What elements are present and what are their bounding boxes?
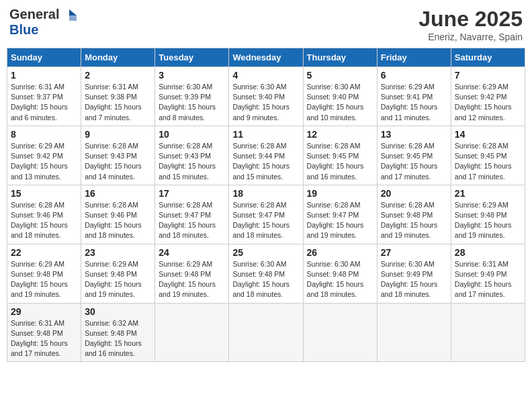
day-number: 12 xyxy=(307,129,373,140)
day-info: Sunrise: 6:28 AMSunset: 9:47 PMDaylight:… xyxy=(232,200,299,241)
day-info: Sunrise: 6:31 AMSunset: 9:48 PMDaylight:… xyxy=(11,318,77,359)
day-cell-30: 30Sunrise: 6:32 AMSunset: 9:48 PMDayligh… xyxy=(81,303,155,362)
day-info: Sunrise: 6:29 AMSunset: 9:48 PMDaylight:… xyxy=(455,200,521,241)
day-cell-8: 8Sunrise: 6:29 AMSunset: 9:42 PMDaylight… xyxy=(7,126,81,185)
day-cell-23: 23Sunrise: 6:29 AMSunset: 9:48 PMDayligh… xyxy=(81,244,155,303)
day-info: Sunrise: 6:30 AMSunset: 9:49 PMDaylight:… xyxy=(381,259,447,300)
day-cell-25: 25Sunrise: 6:30 AMSunset: 9:48 PMDayligh… xyxy=(229,244,303,303)
day-cell-27: 27Sunrise: 6:30 AMSunset: 9:49 PMDayligh… xyxy=(377,244,451,303)
day-number: 4 xyxy=(232,70,299,81)
day-cell-12: 12Sunrise: 6:28 AMSunset: 9:45 PMDayligh… xyxy=(303,126,377,185)
day-number: 5 xyxy=(307,70,373,81)
day-info: Sunrise: 6:29 AMSunset: 9:48 PMDaylight:… xyxy=(85,259,151,300)
day-cell-28: 28Sunrise: 6:31 AMSunset: 9:49 PMDayligh… xyxy=(451,244,525,303)
day-info: Sunrise: 6:30 AMSunset: 9:48 PMDaylight:… xyxy=(307,259,373,300)
month-title: June 2025 xyxy=(418,7,523,32)
empty-cell xyxy=(155,303,229,362)
day-cell-9: 9Sunrise: 6:28 AMSunset: 9:43 PMDaylight… xyxy=(81,126,155,185)
logo: General Blue xyxy=(9,7,77,38)
page-header: General Blue June 2025 Eneriz, Navarre, … xyxy=(7,7,525,42)
day-info: Sunrise: 6:30 AMSunset: 9:39 PMDaylight:… xyxy=(159,82,225,123)
column-header-sunday: Sunday xyxy=(7,48,81,67)
svg-marker-0 xyxy=(69,9,77,15)
day-number: 10 xyxy=(159,129,225,140)
logo-general-text: General xyxy=(9,7,59,22)
day-number: 2 xyxy=(85,70,151,81)
day-info: Sunrise: 6:29 AMSunset: 9:42 PMDaylight:… xyxy=(11,141,77,182)
calendar-header-row: SundayMondayTuesdayWednesdayThursdayFrid… xyxy=(7,48,525,67)
empty-cell xyxy=(451,303,525,362)
day-number: 1 xyxy=(11,70,77,81)
week-row-5: 29Sunrise: 6:31 AMSunset: 9:48 PMDayligh… xyxy=(7,303,525,362)
day-cell-11: 11Sunrise: 6:28 AMSunset: 9:44 PMDayligh… xyxy=(229,126,303,185)
day-number: 24 xyxy=(159,247,225,258)
day-number: 29 xyxy=(11,306,77,317)
day-number: 20 xyxy=(381,188,447,199)
day-number: 21 xyxy=(455,188,521,199)
day-number: 6 xyxy=(381,70,447,81)
column-header-friday: Friday xyxy=(377,48,451,67)
day-cell-7: 7Sunrise: 6:29 AMSunset: 9:42 PMDaylight… xyxy=(451,67,525,126)
day-cell-21: 21Sunrise: 6:29 AMSunset: 9:48 PMDayligh… xyxy=(451,185,525,244)
day-cell-20: 20Sunrise: 6:28 AMSunset: 9:48 PMDayligh… xyxy=(377,185,451,244)
day-info: Sunrise: 6:28 AMSunset: 9:46 PMDaylight:… xyxy=(85,200,151,241)
empty-cell xyxy=(303,303,377,362)
day-info: Sunrise: 6:28 AMSunset: 9:43 PMDaylight:… xyxy=(85,141,151,182)
day-number: 30 xyxy=(85,306,151,317)
week-row-4: 22Sunrise: 6:29 AMSunset: 9:48 PMDayligh… xyxy=(7,244,525,303)
day-cell-5: 5Sunrise: 6:30 AMSunset: 9:40 PMDaylight… xyxy=(303,67,377,126)
day-info: Sunrise: 6:31 AMSunset: 9:49 PMDaylight:… xyxy=(455,259,521,300)
day-info: Sunrise: 6:28 AMSunset: 9:45 PMDaylight:… xyxy=(307,141,373,182)
week-row-2: 8Sunrise: 6:29 AMSunset: 9:42 PMDaylight… xyxy=(7,126,525,185)
day-info: Sunrise: 6:30 AMSunset: 9:40 PMDaylight:… xyxy=(232,82,299,123)
day-info: Sunrise: 6:28 AMSunset: 9:45 PMDaylight:… xyxy=(381,141,447,182)
empty-cell xyxy=(229,303,303,362)
column-header-monday: Monday xyxy=(81,48,155,67)
day-cell-19: 19Sunrise: 6:28 AMSunset: 9:47 PMDayligh… xyxy=(303,185,377,244)
day-number: 11 xyxy=(232,129,299,140)
day-info: Sunrise: 6:28 AMSunset: 9:47 PMDaylight:… xyxy=(159,200,225,241)
day-number: 13 xyxy=(381,129,447,140)
day-info: Sunrise: 6:29 AMSunset: 9:41 PMDaylight:… xyxy=(381,82,447,123)
day-cell-15: 15Sunrise: 6:28 AMSunset: 9:46 PMDayligh… xyxy=(7,185,81,244)
day-number: 25 xyxy=(232,247,299,258)
day-cell-16: 16Sunrise: 6:28 AMSunset: 9:46 PMDayligh… xyxy=(81,185,155,244)
week-row-1: 1Sunrise: 6:31 AMSunset: 9:37 PMDaylight… xyxy=(7,67,525,126)
column-header-wednesday: Wednesday xyxy=(229,48,303,67)
day-info: Sunrise: 6:30 AMSunset: 9:40 PMDaylight:… xyxy=(307,82,373,123)
day-number: 18 xyxy=(232,188,299,199)
day-info: Sunrise: 6:29 AMSunset: 9:48 PMDaylight:… xyxy=(11,259,77,300)
day-number: 22 xyxy=(11,247,77,258)
day-cell-24: 24Sunrise: 6:29 AMSunset: 9:48 PMDayligh… xyxy=(155,244,229,303)
day-cell-26: 26Sunrise: 6:30 AMSunset: 9:48 PMDayligh… xyxy=(303,244,377,303)
calendar-table: SundayMondayTuesdayWednesdayThursdayFrid… xyxy=(7,48,525,362)
logo-icon xyxy=(62,9,77,21)
logo-blue-text: Blue xyxy=(9,22,38,37)
day-info: Sunrise: 6:31 AMSunset: 9:37 PMDaylight:… xyxy=(11,82,77,123)
location-subtitle: Eneriz, Navarre, Spain xyxy=(418,32,523,42)
day-number: 14 xyxy=(455,129,521,140)
column-header-saturday: Saturday xyxy=(451,48,525,67)
day-number: 27 xyxy=(381,247,447,258)
day-cell-14: 14Sunrise: 6:28 AMSunset: 9:45 PMDayligh… xyxy=(451,126,525,185)
day-cell-29: 29Sunrise: 6:31 AMSunset: 9:48 PMDayligh… xyxy=(7,303,81,362)
title-block: June 2025 Eneriz, Navarre, Spain xyxy=(418,7,523,42)
day-info: Sunrise: 6:28 AMSunset: 9:43 PMDaylight:… xyxy=(159,141,225,182)
day-info: Sunrise: 6:28 AMSunset: 9:44 PMDaylight:… xyxy=(232,141,299,182)
day-info: Sunrise: 6:32 AMSunset: 9:48 PMDaylight:… xyxy=(85,318,151,359)
svg-marker-1 xyxy=(69,15,77,21)
day-info: Sunrise: 6:31 AMSunset: 9:38 PMDaylight:… xyxy=(85,82,151,123)
day-cell-4: 4Sunrise: 6:30 AMSunset: 9:40 PMDaylight… xyxy=(229,67,303,126)
day-number: 15 xyxy=(11,188,77,199)
day-number: 3 xyxy=(159,70,225,81)
week-row-3: 15Sunrise: 6:28 AMSunset: 9:46 PMDayligh… xyxy=(7,185,525,244)
day-number: 8 xyxy=(11,129,77,140)
day-number: 26 xyxy=(307,247,373,258)
day-info: Sunrise: 6:30 AMSunset: 9:48 PMDaylight:… xyxy=(232,259,299,300)
day-cell-10: 10Sunrise: 6:28 AMSunset: 9:43 PMDayligh… xyxy=(155,126,229,185)
column-header-thursday: Thursday xyxy=(303,48,377,67)
day-number: 9 xyxy=(85,129,151,140)
day-number: 19 xyxy=(307,188,373,199)
day-cell-1: 1Sunrise: 6:31 AMSunset: 9:37 PMDaylight… xyxy=(7,67,81,126)
day-cell-6: 6Sunrise: 6:29 AMSunset: 9:41 PMDaylight… xyxy=(377,67,451,126)
